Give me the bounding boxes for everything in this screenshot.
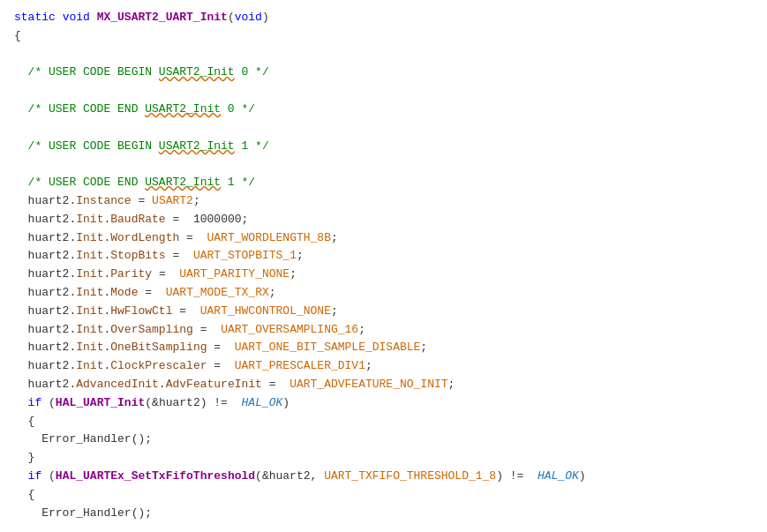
code-line-10: /* USER CODE END USART2_Init 1 */ [14,174,753,192]
code-line-19: huart2.Init.OneBitSampling = UART_ONE_BI… [14,339,753,357]
code-line-27: { [14,486,753,505]
code-line-22: if (HAL_UART_Init(&huart2) != HAL_OK) [14,394,753,413]
code-line-25: } [14,449,753,468]
code-line-6: /* USER CODE END USART2_Init 0 */ [14,101,753,119]
code-line-21: huart2.AdvancedInit.AdvFeatureInit = UAR… [14,376,753,394]
code-line-1: static void MX_USART2_UART_Init(void) [14,9,753,27]
code-line-20: huart2.Init.ClockPrescaler = UART_PRESCA… [14,357,753,376]
code-line-13: huart2.Init.WordLength = UART_WORDLENGTH… [14,229,753,248]
code-line-14: huart2.Init.StopBits = UART_STOPBITS_1; [14,247,753,266]
code-line-18: huart2.Init.OverSampling = UART_OVERSAMP… [14,321,753,340]
code-editor: static void MX_USART2_UART_Init(void) { … [0,0,767,532]
code-line-24: Error_Handler(); [14,431,753,449]
code-line-3 [14,46,753,64]
code-line-17: huart2.Init.HwFlowCtl = UART_HWCONTROL_N… [14,303,753,321]
code-line-9 [14,155,753,174]
code-line-7 [14,119,753,138]
code-line-28: Error_Handler(); [14,505,753,523]
code-line-15: huart2.Init.Parity = UART_PARITY_NONE; [14,266,753,284]
code-line-8: /* USER CODE BEGIN USART2_Init 1 */ [14,138,753,156]
code-line-26: if (HAL_UARTEx_SetTxFifoThreshold(&huart… [14,468,753,486]
code-line-2: { [14,27,753,46]
code-line-4: /* USER CODE BEGIN USART2_Init 0 */ [14,64,753,82]
code-line-12: huart2.Init.BaudRate = 1000000; [14,211,753,229]
code-line-16: huart2.Init.Mode = UART_MODE_TX_RX; [14,284,753,303]
code-line-23: { [14,413,753,431]
code-line-11: huart2.Instance = USART2; [14,192,753,211]
code-line-5 [14,82,753,101]
